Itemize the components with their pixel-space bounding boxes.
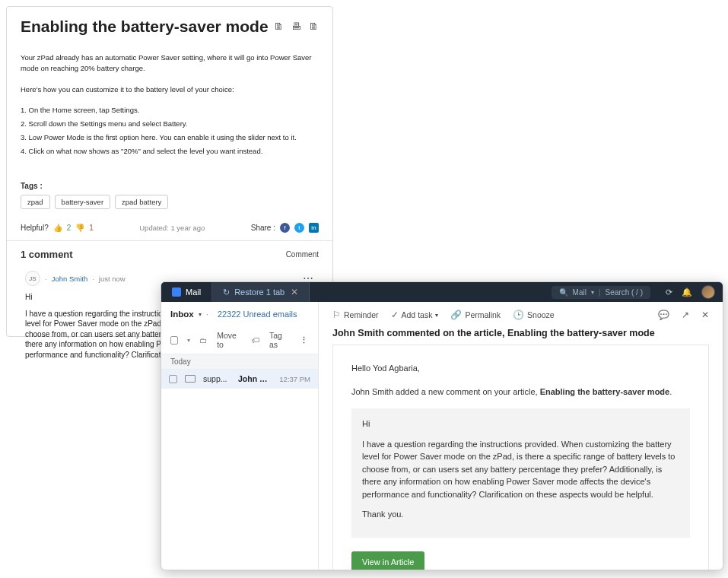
tags-label: Tags : — [21, 182, 43, 190]
chevron-down-icon: ▾ — [435, 312, 438, 319]
mail-search[interactable]: 🔍 Mail ▾ | Search ( / ) — [552, 286, 650, 299]
user-avatar[interactable] — [701, 285, 715, 299]
article-step: On the Home screen, tap Settings. — [21, 105, 319, 116]
tag-chip[interactable]: battery-saver — [55, 195, 110, 209]
chevron-down-icon[interactable]: ▾ — [187, 337, 190, 344]
thumbs-up-icon[interactable]: 👍 — [53, 224, 62, 232]
flag-icon: ⚐ — [332, 310, 341, 320]
article-updated: Updated: 1 year ago — [139, 224, 205, 232]
mail-added-line: John Smith added a new comment on your a… — [351, 386, 690, 399]
thumbs-down-icon[interactable]: 👎 — [75, 224, 84, 232]
topbar-icons: ⟳ 🔔 — [658, 285, 723, 299]
close-icon[interactable]: ✕ — [291, 287, 298, 297]
mail-added-line-prefix: John Smith added a new comment on your a… — [351, 387, 540, 396]
comments-count: 1 comment — [21, 249, 73, 260]
article-title: Enabling the battery-saver mode — [21, 17, 269, 36]
article-step: Click on what now shows as "20%" and sel… — [21, 146, 319, 157]
move-to-button[interactable]: Move to — [217, 331, 243, 349]
row-sender: supp... — [203, 374, 230, 383]
mail-list-remainder — [161, 389, 318, 570]
comment-time: just now — [99, 275, 126, 283]
reminder-label: Reminder — [344, 310, 379, 319]
chat-icon[interactable]: 💬 — [658, 310, 669, 320]
quote-hi: Hi — [362, 418, 679, 430]
article-body: Your zPad already has an automatic Power… — [21, 52, 319, 156]
article-step: Low Power Mode is the first option here.… — [21, 132, 319, 143]
file-icon[interactable]: 🗎 — [274, 21, 284, 32]
mail-added-line-article: Enabling the battery-saver mode — [540, 387, 670, 396]
chevron-down-icon: ▾ — [591, 289, 594, 296]
search-scope-label: Mail — [573, 288, 587, 297]
article-step: Scroll down the Settings menu and select… — [21, 119, 319, 129]
tag-chip[interactable]: zpad — [21, 195, 50, 209]
clock-icon: 🕒 — [513, 310, 524, 320]
snooze-label: Snooze — [527, 310, 555, 319]
reminder-button[interactable]: ⚐ Reminder — [332, 310, 379, 320]
cloud-sync-icon[interactable]: ⟳ — [666, 287, 672, 297]
mail-greeting: Hello Yod Agbaria, — [351, 362, 690, 375]
file2-icon[interactable]: 🗎 — [309, 21, 319, 32]
dot-separator: · — [92, 275, 94, 283]
article-header: Enabling the battery-saver mode 🗎 🖶 🗎 — [21, 17, 319, 36]
mail-message-list: Inbox ▾ · 22322 Unread emails ▾ 🗀 Move t… — [161, 302, 319, 570]
comments-header: 1 comment Comment — [21, 241, 319, 268]
linkedin-icon[interactable]: in — [309, 223, 319, 233]
restore-icon: ↻ — [223, 287, 230, 297]
more-menu-icon[interactable]: ⋮ — [300, 335, 309, 345]
commenter-name[interactable]: John Smith — [52, 275, 88, 283]
row-checkbox[interactable] — [169, 375, 177, 383]
row-time: 12:37 PM — [279, 375, 310, 383]
mail-content-wrapper[interactable]: Hello Yod Agbaria, John Smith added a ne… — [319, 345, 723, 570]
mail-actions-bar: ⚐ Reminder ✓ Add task ▾ 🔗 Permalink 🕒 Sn… — [319, 302, 723, 323]
tab-mail[interactable]: Mail — [161, 282, 212, 302]
quoted-comment: Hi I have a question regarding the instr… — [351, 408, 690, 538]
folder-icon: 🗀 — [199, 335, 208, 345]
add-task-label: Add task — [402, 310, 433, 319]
article-customize-lead: Here's how you can customize it to the b… — [21, 84, 319, 95]
permalink-label: Permalink — [465, 310, 501, 319]
chevron-down-icon: ▾ — [199, 311, 202, 318]
mail-body: Inbox ▾ · 22322 Unread emails ▾ 🗀 Move t… — [161, 302, 723, 570]
permalink-button[interactable]: 🔗 Permalink — [450, 310, 501, 320]
thumbs-up-count: 2 — [67, 224, 72, 232]
print-icon[interactable]: 🖶 — [291, 21, 301, 32]
mail-window: Mail ↻ Restore 1 tab ✕ 🔍 Mail ▾ | Search… — [161, 281, 723, 570]
mail-day-header: Today — [161, 354, 318, 370]
row-from: John Sm... — [238, 374, 272, 383]
select-all-checkbox[interactable] — [170, 336, 178, 345]
mail-app-icon — [172, 287, 181, 297]
inbox-label: Inbox — [170, 310, 194, 319]
article-footer: Helpful? 👍 2 👎 1 Updated: 1 year ago Sha… — [21, 223, 319, 240]
close-icon[interactable]: ✕ — [701, 310, 709, 320]
mail-reading-pane: ⚐ Reminder ✓ Add task ▾ 🔗 Permalink 🕒 Sn… — [319, 302, 723, 570]
facebook-icon[interactable]: f — [280, 223, 290, 233]
tag-chip[interactable]: zpad battery — [115, 195, 168, 209]
add-comment-button[interactable]: Comment — [286, 250, 319, 259]
mail-subject: John Smith commented on the article, Ena… — [319, 323, 723, 345]
quote-body: I have a question regarding the instruct… — [362, 438, 679, 501]
dot-separator: · — [45, 275, 47, 283]
mail-list-toolbar: ▾ 🗀 Move to 🏷 Tag as ⋮ — [161, 326, 318, 354]
bell-icon[interactable]: 🔔 — [682, 287, 692, 297]
article-intro: Your zPad already has an automatic Power… — [21, 52, 319, 74]
mail-topbar: Mail ↻ Restore 1 tab ✕ 🔍 Mail ▾ | Search… — [161, 282, 723, 302]
add-task-button[interactable]: ✓ Add task ▾ — [391, 310, 439, 320]
mail-content-card: Hello Yod Agbaria, John Smith added a ne… — [332, 345, 709, 570]
tab-restore[interactable]: ↻ Restore 1 tab ✕ — [212, 282, 310, 302]
thumbs-down-count: 1 — [89, 224, 94, 232]
open-external-icon[interactable]: ↗ — [682, 310, 689, 320]
unread-count[interactable]: 22322 Unread emails — [218, 310, 297, 319]
tag-as-button[interactable]: Tag as — [269, 331, 291, 349]
search-placeholder: Search ( / ) — [606, 288, 643, 297]
link-icon: 🔗 — [450, 310, 462, 320]
mail-list-row[interactable]: supp... John Sm... 12:37 PM — [161, 370, 318, 389]
tags-row: zpad battery-saver zpad battery — [21, 195, 319, 209]
share-label: Share : — [251, 224, 275, 232]
inbox-header[interactable]: Inbox ▾ · 22322 Unread emails — [161, 302, 318, 326]
view-in-article-button[interactable]: View in Article — [351, 551, 424, 570]
helpful-label: Helpful? — [21, 224, 49, 232]
twitter-icon[interactable]: t — [294, 223, 304, 233]
dot-separator: · — [206, 310, 208, 319]
search-icon: 🔍 — [559, 288, 568, 297]
snooze-button[interactable]: 🕒 Snooze — [513, 310, 555, 320]
